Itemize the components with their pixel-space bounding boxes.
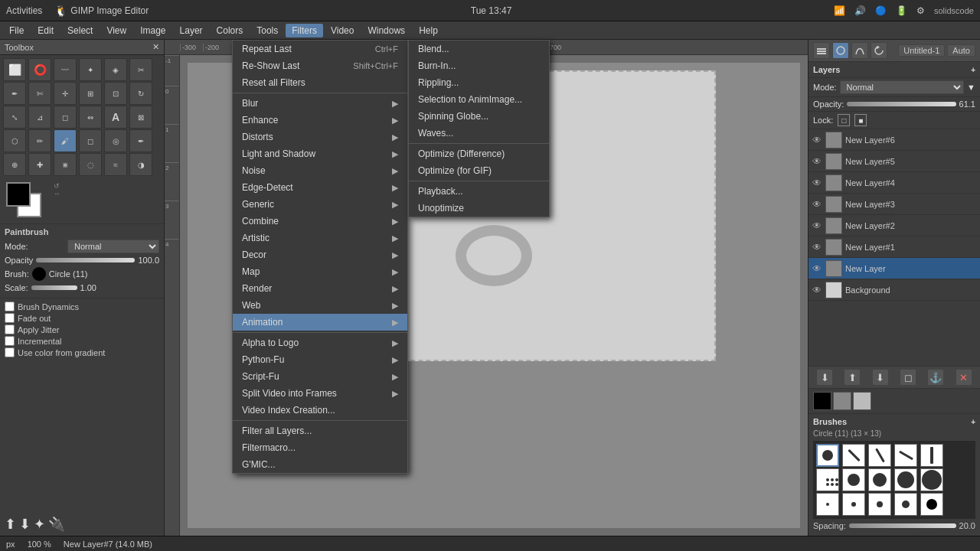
filters-python-fu[interactable]: Python-Fu ▶ bbox=[233, 351, 407, 368]
auto-label[interactable]: Auto bbox=[947, 44, 975, 57]
brushes-expand[interactable]: + bbox=[971, 418, 975, 426]
tool-dodge-burn[interactable]: ◑ bbox=[129, 153, 152, 176]
tool-rotate[interactable]: ↻ bbox=[129, 82, 152, 105]
brush-cell[interactable] bbox=[842, 468, 865, 491]
brush-cell[interactable] bbox=[868, 468, 891, 491]
foreground-color[interactable] bbox=[6, 182, 31, 207]
menu-file[interactable]: File bbox=[3, 24, 30, 37]
filters-combine[interactable]: Combine ▶ bbox=[233, 213, 407, 230]
open-image-icon[interactable]: ⬇ bbox=[19, 516, 31, 533]
layer-item[interactable]: 👁 New Layer#2 bbox=[808, 215, 980, 236]
tool-perspective[interactable]: ◻ bbox=[54, 106, 77, 129]
layer-eye-icon[interactable]: 👁 bbox=[812, 242, 822, 253]
brush-cell[interactable] bbox=[842, 444, 865, 467]
filters-edge-detect[interactable]: Edge-Detect ▶ bbox=[233, 179, 407, 196]
anim-unoptimize[interactable]: Unoptimize bbox=[409, 200, 549, 217]
menu-image[interactable]: Image bbox=[134, 24, 172, 37]
menu-layer[interactable]: Layer bbox=[174, 24, 209, 37]
tool-ellipse-select[interactable]: ⭕ bbox=[28, 58, 51, 81]
swatch-black[interactable] bbox=[813, 392, 831, 410]
layer-item[interactable]: 👁 New Layer#4 bbox=[808, 172, 980, 194]
layer-item[interactable]: 👁 New Layer#5 bbox=[808, 151, 980, 172]
tool-ink[interactable]: ✒ bbox=[129, 129, 152, 152]
brush-cell[interactable] bbox=[868, 444, 891, 467]
filters-reshow-last[interactable]: Re-Show Last Shift+Ctrl+F bbox=[233, 57, 407, 74]
filters-animation[interactable]: Animation ▶ bbox=[233, 314, 407, 331]
brush-cell[interactable] bbox=[894, 444, 917, 467]
untitled-label[interactable]: Untitled-1 bbox=[898, 44, 945, 57]
menu-filters[interactable]: Filters bbox=[286, 24, 323, 37]
filters-reset-all[interactable]: Reset all Filters bbox=[233, 74, 407, 91]
prefs-icon[interactable]: 🔌 bbox=[48, 516, 65, 533]
layer-eye-icon[interactable]: 👁 bbox=[812, 178, 822, 188]
brush-cell[interactable] bbox=[816, 468, 839, 491]
anim-burn-in[interactable]: Burn-In... bbox=[409, 57, 549, 74]
layers-collapse[interactable]: + bbox=[971, 66, 975, 74]
tool-free-select[interactable]: 〰 bbox=[54, 58, 77, 81]
layer-item[interactable]: 👁 New Layer#3 bbox=[808, 194, 980, 215]
paths-icon[interactable] bbox=[851, 42, 868, 59]
layer-eye-icon[interactable]: 👁 bbox=[812, 220, 822, 231]
tool-text[interactable]: A bbox=[104, 106, 127, 129]
brush-cell[interactable] bbox=[894, 468, 917, 491]
anim-playback[interactable]: Playback... bbox=[409, 183, 549, 200]
tool-eraser[interactable]: ◻ bbox=[79, 129, 102, 152]
anim-waves[interactable]: Waves... bbox=[409, 125, 549, 142]
tool-by-color-select[interactable]: ◈ bbox=[104, 58, 127, 81]
settings-icon[interactable]: ⚙ bbox=[916, 5, 925, 16]
menu-help[interactable]: Help bbox=[413, 24, 444, 37]
tool-align[interactable]: ⊞ bbox=[79, 82, 102, 105]
swatch-lightgray[interactable] bbox=[853, 392, 871, 410]
filters-render[interactable]: Render ▶ bbox=[233, 280, 407, 297]
filters-decor[interactable]: Decor ▶ bbox=[233, 246, 407, 263]
menu-edit[interactable]: Edit bbox=[31, 24, 60, 37]
filters-script-fu[interactable]: Script-Fu ▶ bbox=[233, 368, 407, 385]
layer-eye-icon[interactable]: 👁 bbox=[812, 156, 822, 167]
filters-web[interactable]: Web ▶ bbox=[233, 297, 407, 314]
tool-rect-select[interactable]: ⬜ bbox=[3, 58, 26, 81]
duplicate-layer-btn[interactable]: ◻ bbox=[900, 369, 916, 386]
menu-windows[interactable]: Windows bbox=[361, 24, 411, 37]
tool-heal[interactable]: ✚ bbox=[28, 153, 51, 176]
filters-noise[interactable]: Noise ▶ bbox=[233, 162, 407, 179]
filters-filtermacro[interactable]: Filtermacro... bbox=[233, 439, 407, 456]
spacing-slider[interactable] bbox=[849, 523, 956, 528]
tool-blur-sharpen[interactable]: ◌ bbox=[79, 153, 102, 176]
brush-dynamics-check[interactable]: Brush Dynamics bbox=[5, 302, 159, 311]
bluetooth-icon[interactable]: 🔵 bbox=[875, 5, 887, 16]
filters-filter-all-layers[interactable]: Filter all Layers... bbox=[233, 422, 407, 439]
brush-cell[interactable] bbox=[920, 444, 943, 467]
brush-cell[interactable] bbox=[868, 493, 891, 516]
tool-iscissors[interactable]: ✄ bbox=[28, 82, 51, 105]
tool-blend[interactable]: ⬡ bbox=[3, 129, 26, 152]
tool-paths[interactable]: ✒ bbox=[3, 82, 26, 105]
scale-slider[interactable] bbox=[31, 285, 77, 290]
incremental-check[interactable]: Incremental bbox=[5, 336, 159, 346]
layer-opacity-slider[interactable] bbox=[847, 102, 956, 106]
layer-eye-icon[interactable]: 👁 bbox=[812, 263, 822, 274]
menu-video[interactable]: Video bbox=[325, 24, 360, 37]
layer-item[interactable]: 👁 Background bbox=[808, 279, 980, 301]
opacity-slider[interactable] bbox=[36, 258, 135, 262]
brush-cell[interactable] bbox=[894, 493, 917, 516]
undo-history-icon[interactable] bbox=[871, 42, 887, 59]
tool-perspective-clone[interactable]: ⋇ bbox=[54, 153, 77, 176]
filters-repeat-last[interactable]: Repeat Last Ctrl+F bbox=[233, 41, 407, 57]
menu-colors[interactable]: Colors bbox=[211, 24, 250, 37]
fade-out-check[interactable]: Fade out bbox=[5, 313, 159, 323]
anim-spinning-globe[interactable]: Spinning Globe... bbox=[409, 108, 549, 125]
brush-cell[interactable] bbox=[920, 493, 943, 516]
tool-airbrush[interactable]: ◎ bbox=[104, 129, 127, 152]
lock-pixels-btn[interactable]: □ bbox=[838, 114, 850, 126]
anim-selection-to-animimage[interactable]: Selection to AnimImage... bbox=[409, 91, 549, 108]
apply-jitter-check[interactable]: Apply Jitter bbox=[5, 324, 159, 334]
channels-icon[interactable] bbox=[832, 42, 849, 59]
tool-bucket-fill[interactable]: ⊠ bbox=[129, 106, 152, 129]
use-color-gradient-input[interactable] bbox=[5, 347, 15, 357]
tool-clone[interactable]: ⊕ bbox=[3, 153, 26, 176]
filters-enhance[interactable]: Enhance ▶ bbox=[233, 112, 407, 129]
anim-optimize-diff[interactable]: Optimize (Difference) bbox=[409, 145, 549, 162]
fade-out-input[interactable] bbox=[5, 313, 15, 323]
layer-item-active[interactable]: 👁 New Layer bbox=[808, 258, 980, 279]
layer-mode-select[interactable]: Normal bbox=[840, 80, 965, 94]
